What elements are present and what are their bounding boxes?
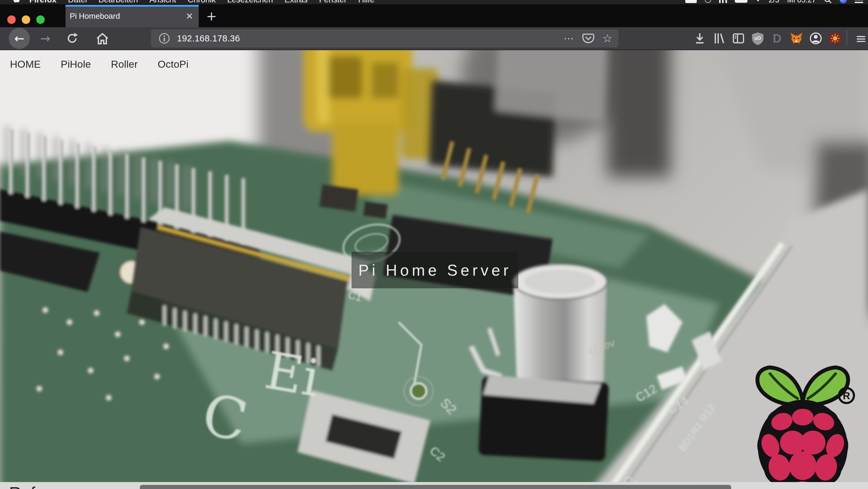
- toolbar-separator: [846, 31, 847, 46]
- page-viewport: Ei C S2 C2 C12 C14 BD1R1 R12 C6 C1 47 10…: [0, 50, 868, 489]
- home-button[interactable]: [92, 27, 113, 50]
- menubar-item-extras[interactable]: Extras: [279, 0, 313, 4]
- menubar-item-ansicht[interactable]: Ansicht: [144, 0, 182, 4]
- status-circle-icon[interactable]: [705, 0, 711, 3]
- hamburger-menu-icon: ≡: [856, 31, 867, 46]
- downloads-button[interactable]: [690, 27, 709, 50]
- download-icon: [693, 31, 707, 45]
- library-icon: [712, 31, 726, 45]
- browser-window: Firefox Datei Bearbeiten Ansicht Chronik…: [0, 0, 868, 489]
- menubar-item-datei[interactable]: Datei: [62, 0, 93, 4]
- dark-reader-button[interactable]: D: [768, 27, 787, 50]
- references-heading: References: [9, 483, 95, 489]
- apple-menu-icon[interactable]: [13, 0, 21, 4]
- app-menu-button[interactable]: ≡: [851, 27, 868, 50]
- window-zoom-button[interactable]: [36, 16, 45, 24]
- tab-bar: Pi Homeboard ✕ +: [0, 4, 868, 27]
- ublock-origin-button[interactable]: uO: [748, 27, 768, 50]
- svg-text:Ei: Ei: [261, 340, 324, 408]
- hero-title-text: Pi Home Server: [359, 261, 512, 279]
- library-button[interactable]: [709, 27, 729, 50]
- url-input[interactable]: 192.168.178.36: [177, 33, 564, 44]
- bookmark-star-icon[interactable]: ☆: [602, 32, 613, 45]
- menubar-item-bearbeiten[interactable]: Bearbeiten: [93, 0, 144, 4]
- status-bars-icon[interactable]: [719, 0, 727, 3]
- url-bar[interactable]: 192.168.178.36 ⋯ ☆: [151, 29, 619, 48]
- battery-icon[interactable]: [735, 0, 747, 3]
- spotlight-search-icon[interactable]: [824, 0, 832, 4]
- metamask-button[interactable]: [787, 27, 806, 50]
- menubar-item-fenster[interactable]: Fenster: [313, 0, 352, 4]
- home-icon: [95, 31, 110, 46]
- tab-pi-homeboard[interactable]: Pi Homeboard ✕: [65, 5, 199, 27]
- reload-icon: [65, 31, 79, 45]
- hero-title-box: Pi Home Server: [351, 252, 518, 288]
- macos-menubar: Firefox Datei Bearbeiten Ansicht Chronik…: [0, 0, 868, 4]
- sun-extension-icon: [828, 31, 842, 45]
- menubar-item-hilfe[interactable]: Hilfe: [352, 0, 380, 4]
- forward-button[interactable]: →: [35, 27, 56, 50]
- info-icon: [158, 32, 170, 45]
- menubar-clock[interactable]: Mi 05:27: [787, 0, 816, 4]
- account-button[interactable]: [806, 27, 826, 50]
- sidebar-icon: [732, 31, 745, 45]
- references-media-top-edge: [140, 485, 731, 489]
- reload-button[interactable]: [62, 27, 83, 50]
- menubar-item-chronik[interactable]: Chronik: [182, 0, 221, 4]
- window-close-button[interactable]: [7, 16, 16, 24]
- page-actions-icon[interactable]: ⋯: [564, 32, 575, 45]
- dropdown-status-icon[interactable]: [755, 0, 761, 1]
- ublock-shield-icon: uO: [751, 31, 765, 45]
- nav-link-roller[interactable]: Roller: [111, 58, 138, 70]
- raspberry-pi-logo: R: [750, 357, 855, 489]
- svg-text:uO: uO: [754, 36, 761, 41]
- menubar-item-firefox[interactable]: Firefox: [24, 0, 62, 4]
- siri-icon[interactable]: [840, 0, 847, 3]
- display-status-icon[interactable]: [685, 0, 697, 3]
- notification-center-icon[interactable]: [855, 0, 863, 3]
- account-person-icon: [809, 31, 823, 45]
- nav-link-pihole[interactable]: PiHole: [61, 58, 91, 70]
- svg-text:R: R: [843, 390, 850, 401]
- window-minimize-button[interactable]: [22, 16, 30, 24]
- tab-close-icon[interactable]: ✕: [186, 11, 193, 22]
- nav-link-home[interactable]: HOME: [10, 58, 41, 70]
- forward-arrow-icon: →: [40, 31, 51, 45]
- below-fold-strip: References: [0, 482, 868, 489]
- back-button[interactable]: ←: [8, 27, 30, 50]
- metamask-fox-icon: [789, 31, 803, 45]
- menubar-status-fraction: 2/3: [769, 0, 779, 4]
- sidebar-toggle-button[interactable]: [729, 27, 748, 50]
- site-nav: HOME PiHole Roller OctoPi: [0, 58, 868, 70]
- tab-title: Pi Homeboard: [70, 5, 120, 27]
- new-tab-button[interactable]: +: [202, 5, 221, 27]
- pocket-icon[interactable]: [582, 32, 595, 45]
- nav-link-octopi[interactable]: OctoPi: [158, 58, 188, 70]
- sun-extension-button[interactable]: [826, 27, 845, 50]
- back-arrow-icon: ←: [14, 31, 25, 45]
- navigation-toolbar: ← → 192.168.178.36 ⋯ ☆: [0, 27, 868, 50]
- dark-reader-icon: D: [773, 32, 782, 45]
- menubar-item-lesezeichen[interactable]: Lesezeichen: [221, 0, 279, 4]
- site-info-button[interactable]: [158, 32, 170, 45]
